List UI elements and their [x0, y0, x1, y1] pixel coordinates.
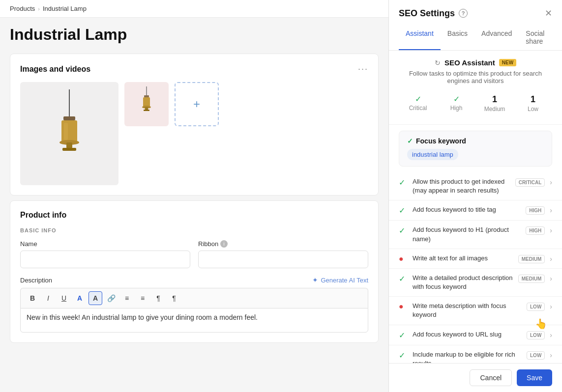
- task-description-expand-icon[interactable]: ›: [550, 275, 552, 282]
- add-image-button[interactable]: +: [175, 82, 219, 126]
- ribbon-info-icon[interactable]: i: [220, 240, 228, 248]
- ribbon-label: Ribbon: [198, 240, 218, 248]
- task-meta-desc-badge: LOW: [527, 303, 545, 311]
- task-title-tag-ok-icon: ✓: [399, 206, 405, 215]
- svg-rect-5: [62, 148, 76, 151]
- seo-assistant-banner: ↻ SEO Assistant NEW Follow tasks to opti…: [389, 51, 562, 125]
- left-panel: Products › Industrial Lamp Industrial La…: [0, 0, 388, 392]
- unordered-list-button[interactable]: ≡: [120, 291, 134, 305]
- task-item-alt-text: ● Write alt text for all images MEDIUM ›: [389, 249, 562, 269]
- seo-assistant-title: SEO Assistant: [444, 58, 495, 67]
- focus-keyword-title: ✓ Focus keyword: [407, 137, 544, 145]
- task-meta-desc-expand-icon[interactable]: ›: [550, 303, 552, 310]
- seo-close-button[interactable]: ✕: [545, 8, 552, 19]
- name-label: Name: [20, 240, 190, 248]
- seo-assistant-desc: Follow tasks to optimize this product fo…: [399, 70, 552, 84]
- refresh-icon[interactable]: ↻: [435, 59, 441, 67]
- main-product-image[interactable]: [20, 82, 118, 185]
- task-url-slug-expand-icon[interactable]: ›: [550, 331, 552, 339]
- bold-button[interactable]: B: [26, 291, 39, 305]
- align-right-button[interactable]: ¶: [167, 291, 181, 305]
- seo-title: SEO Settings ?: [399, 8, 468, 19]
- seo-body: ↻ SEO Assistant NEW Follow tasks to opti…: [389, 51, 562, 363]
- task-meta-desc-status: ●: [399, 302, 408, 311]
- score-medium: 1 Medium: [475, 90, 514, 116]
- link-button[interactable]: 🔗: [104, 291, 118, 305]
- task-meta-desc-text: Write meta description with focus keywor…: [413, 302, 522, 319]
- lamp-illustration: [40, 89, 99, 178]
- task-alt-text-expand-icon[interactable]: ›: [550, 255, 552, 263]
- breadcrumb-current: Industrial Lamp: [43, 5, 87, 12]
- task-alt-text-text: Write alt text for all images: [413, 254, 513, 263]
- tab-social-share[interactable]: Social share: [519, 26, 552, 50]
- new-badge: NEW: [499, 59, 516, 66]
- images-grid: +: [20, 82, 368, 185]
- highlight-button[interactable]: A: [89, 291, 102, 305]
- seo-help-icon[interactable]: ?: [459, 9, 468, 18]
- images-card: Images and videos ···: [10, 54, 379, 196]
- tab-advanced[interactable]: Advanced: [474, 26, 519, 50]
- focus-keyword-check-icon: ✓: [407, 137, 413, 145]
- score-critical: ✓ Critical: [399, 90, 437, 116]
- product-info-title: Product info: [20, 211, 368, 220]
- italic-button[interactable]: I: [41, 291, 55, 305]
- score-high: ✓ High: [437, 90, 475, 116]
- critical-check-icon: ✓: [401, 94, 435, 104]
- task-alt-text-badge: MEDIUM: [518, 255, 545, 263]
- name-field-group: Name Industrial Lamp: [20, 240, 190, 268]
- ribbon-input[interactable]: New Arrival: [198, 251, 368, 268]
- svg-rect-2: [61, 120, 77, 142]
- task-rich-results-badge: LOW: [527, 351, 545, 360]
- task-h1-ok-icon: ✓: [399, 226, 405, 235]
- score-row: ✓ Critical ✓ High 1 Medium 1 Low: [399, 90, 552, 116]
- text-color-button[interactable]: A: [73, 291, 87, 305]
- save-button[interactable]: Save: [517, 369, 552, 386]
- description-area: Description ✦ Generate AI Text B I U A A…: [20, 276, 368, 333]
- task-rich-results-ok-icon: ✓: [399, 351, 405, 360]
- seo-tabs: Assistant Basics Advanced Social share: [399, 26, 552, 50]
- ordered-list-button[interactable]: ≡: [136, 291, 149, 305]
- svg-rect-6: [64, 123, 68, 140]
- images-more-button[interactable]: ···: [358, 64, 368, 74]
- align-left-button[interactable]: ¶: [151, 291, 165, 305]
- task-indexed-text: Allow this product to get indexed (may a…: [413, 177, 510, 195]
- task-h1-status: ✓: [399, 226, 408, 235]
- product-thumbnail[interactable]: [124, 82, 169, 126]
- task-rich-results-expand-icon[interactable]: ›: [550, 351, 552, 359]
- breadcrumb-products-link[interactable]: Products: [10, 5, 35, 12]
- high-label: High: [439, 105, 473, 112]
- task-h1-badge: HIGH: [526, 226, 545, 235]
- task-title-tag-badge: HIGH: [526, 206, 545, 215]
- tab-basics[interactable]: Basics: [441, 26, 474, 50]
- thumbnail-icon: [134, 86, 159, 122]
- seo-assistant-title-row: ↻ SEO Assistant NEW: [399, 58, 552, 67]
- task-title-tag-status: ✓: [399, 206, 408, 215]
- seo-header: SEO Settings ? ✕ Assistant Basics Advanc…: [389, 0, 562, 51]
- critical-label: Critical: [401, 105, 435, 112]
- task-indexed-status: ✓: [399, 178, 408, 187]
- svg-rect-4: [66, 142, 72, 148]
- medium-label: Medium: [477, 106, 512, 112]
- keyword-tag[interactable]: industrial lamp: [407, 149, 458, 160]
- task-title-tag-expand-icon[interactable]: ›: [550, 206, 552, 214]
- underline-button[interactable]: U: [57, 291, 71, 305]
- tab-assistant[interactable]: Assistant: [399, 26, 441, 50]
- svg-rect-1: [63, 116, 75, 120]
- name-input[interactable]: Industrial Lamp: [20, 251, 190, 268]
- task-title-tag-text: Add focus keyword to title tag: [413, 205, 521, 214]
- task-description-status: ✓: [399, 274, 408, 283]
- task-indexed-ok-icon: ✓: [399, 178, 405, 187]
- ai-sparkle-icon: ✦: [312, 276, 318, 284]
- generate-ai-text-button[interactable]: ✦ Generate AI Text: [312, 276, 368, 284]
- task-description-badge: MEDIUM: [518, 275, 545, 283]
- description-editor[interactable]: New in this week! An industrial lamp to …: [20, 308, 368, 333]
- svg-rect-12: [144, 110, 149, 111]
- task-list: ✓ Allow this product to get indexed (may…: [389, 172, 562, 363]
- task-item-title-tag: ✓ Add focus keyword to title tag HIGH ›: [389, 200, 562, 221]
- task-indexed-expand-icon[interactable]: ›: [550, 178, 552, 186]
- product-info-card: Product info BASIC INFO Name Industrial …: [10, 200, 379, 343]
- focus-keyword-section: ✓ Focus keyword industrial lamp: [399, 131, 552, 167]
- cancel-button[interactable]: Cancel: [470, 369, 512, 386]
- task-h1-expand-icon[interactable]: ›: [550, 226, 552, 234]
- images-card-header: Images and videos ···: [20, 64, 368, 74]
